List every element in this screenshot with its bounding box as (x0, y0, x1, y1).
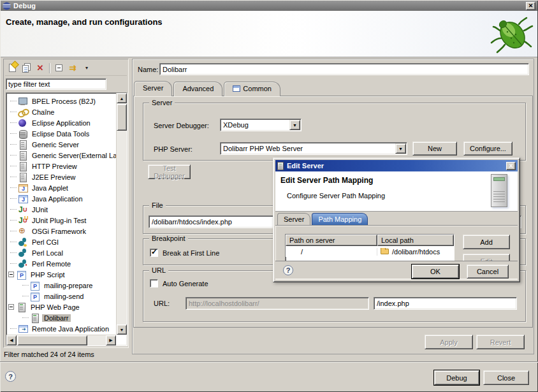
table-header-row: Path on server Local path (286, 235, 454, 246)
tab-server[interactable]: Server (134, 81, 172, 96)
delete-configuration-icon[interactable]: ✕ (33, 62, 47, 75)
tree-item-perl-cgi[interactable]: Perl CGI (7, 236, 116, 247)
window-close-button[interactable]: ✕ (526, 2, 535, 10)
dialog-tab-server[interactable]: Server (277, 213, 310, 225)
tree-item-java-applet[interactable]: Java Applet (7, 182, 116, 193)
add-mapping-button[interactable]: Add (463, 235, 510, 249)
process-icon (18, 97, 28, 106)
server-debugger-select[interactable]: XDebug ▼ (220, 119, 302, 131)
dialog-titlebar[interactable]: Edit Server X (275, 160, 518, 171)
window-title: Debug (13, 2, 36, 10)
column-header-local-path[interactable]: Local path (377, 235, 454, 246)
tree-horizontal-scrollbar[interactable]: ◀ ▶ (6, 335, 116, 345)
scroll-thumb[interactable] (117, 104, 127, 131)
server-debugger-label: Server Debugger: (154, 122, 209, 129)
toolbar-menu-caret-icon[interactable]: ▾ (80, 62, 94, 75)
ok-button[interactable]: OK (412, 265, 459, 279)
chevron-down-icon[interactable]: ▼ (395, 143, 406, 154)
server-tower-icon (491, 174, 507, 207)
php-server-select[interactable]: Dolibarr PHP Web Server ▼ (220, 142, 407, 155)
break-at-first-line-checkbox[interactable] (150, 249, 158, 257)
tree-item-java-application[interactable]: Java Application (7, 193, 116, 204)
chevron-down-icon[interactable]: ▼ (289, 120, 300, 130)
sidebar-toolbar: ✕ ⇉ ▾ (5, 61, 127, 76)
tree-item-junit[interactable]: JUnit (7, 204, 116, 215)
table-icon (233, 85, 240, 92)
tab-common[interactable]: Common (224, 82, 280, 96)
tree-item-osgi-framework[interactable]: OSGi Framework (7, 226, 116, 236)
debug-configurations-window: Debug ✕ Create, manage, and run configur… (0, 0, 538, 392)
new-server-button[interactable]: New (412, 142, 457, 156)
scroll-right-icon[interactable]: ▶ (106, 335, 116, 345)
configuration-tabs: Server Advanced Common (134, 81, 282, 96)
filter-icon[interactable]: ⇉ (66, 62, 80, 75)
eclipse-sphere-icon (18, 119, 28, 127)
dialog-tab-path-mapping[interactable]: Path Mapping (312, 213, 368, 225)
filter-input[interactable] (6, 78, 106, 90)
scroll-thumb[interactable] (17, 335, 87, 345)
tab-advanced[interactable]: Advanced (173, 82, 222, 96)
new-configuration-icon[interactable] (5, 62, 19, 75)
banner-title: Create, manage, and run configurations (6, 17, 163, 27)
tree-item-generic-server-external[interactable]: Generic Server(External La (7, 150, 116, 161)
table-row[interactable]: / /dolibarr/htdocs (286, 246, 454, 257)
tree-item-php-web-page[interactable]: PHP Web Page (7, 301, 116, 312)
server-icon (18, 162, 28, 171)
test-debugger-button[interactable]: Test Debugger (148, 164, 191, 179)
camel-icon (18, 259, 28, 268)
server-group-legend: Server (149, 99, 175, 106)
tree-item-mailing-prepare[interactable]: mailing-prepare (7, 280, 116, 291)
tree-rows: BPEL Process (B2J) Chaîne Eclipse Applic… (7, 96, 116, 335)
debug-button[interactable]: Debug (434, 370, 479, 385)
dialog-footer: ? OK Cancel (275, 261, 518, 280)
scroll-down-icon[interactable]: ▼ (117, 324, 127, 335)
tree-item-eclipse-data-tools[interactable]: Eclipse Data Tools (7, 128, 116, 139)
auto-generate-checkbox[interactable] (150, 279, 158, 287)
column-header-path-on-server[interactable]: Path on server (286, 235, 377, 246)
camel-icon (18, 249, 28, 258)
configure-server-button[interactable]: Configure... (463, 142, 513, 156)
dialog-close-button[interactable]: X (506, 162, 516, 170)
path-mapping-table[interactable]: Path on server Local path / /dolibarr/ht… (285, 234, 454, 262)
collapse-toggle-icon[interactable] (8, 272, 14, 277)
name-label: Name: (138, 66, 158, 73)
tree-item-junit-plugin-test[interactable]: JUnit Plug-in Test (7, 215, 116, 226)
tree-item-perl-local[interactable]: Perl Local (7, 247, 116, 258)
tree-item-chaine[interactable]: Chaîne (7, 106, 116, 117)
name-input[interactable] (159, 63, 529, 75)
breakpoint-group-legend: Breakpoint (149, 235, 188, 242)
duplicate-configuration-icon[interactable] (19, 62, 33, 75)
url-path-input[interactable] (374, 297, 517, 310)
help-icon[interactable]: ? (5, 371, 16, 382)
tree-item-dolibarr[interactable]: Dolibarr (7, 312, 116, 323)
scroll-left-icon[interactable]: ◀ (6, 335, 17, 345)
tree-item-bpel-process[interactable]: BPEL Process (B2J) (7, 96, 116, 106)
collapse-all-icon[interactable] (52, 62, 66, 75)
tree-item-j2ee-preview[interactable]: J2EE Preview (7, 171, 116, 182)
bug-icon (488, 13, 534, 56)
scroll-up-icon[interactable]: ▲ (117, 93, 127, 103)
collapse-toggle-icon[interactable] (8, 304, 14, 310)
close-button[interactable]: Close (483, 370, 529, 385)
tree-item-eclipse-application[interactable]: Eclipse Application (7, 117, 116, 128)
apply-button[interactable]: Apply (425, 335, 473, 349)
java-window-icon (18, 194, 28, 203)
chain-icon (18, 108, 28, 117)
osgi-icon (18, 227, 28, 236)
php-server-label: PHP Server: (154, 145, 193, 153)
tree-item-php-script[interactable]: PHP Script (7, 269, 116, 280)
banner: Create, manage, and run configurations (1, 11, 537, 57)
revert-button[interactable]: Revert (476, 335, 525, 349)
tree-item-http-preview[interactable]: HTTP Preview (7, 161, 116, 171)
php-server-icon (30, 314, 40, 323)
tree-vertical-scrollbar[interactable]: ▲ ▼ (116, 93, 127, 335)
tree-item-remote-java-application[interactable]: Remote Java Application (7, 323, 116, 334)
cancel-button[interactable]: Cancel (467, 265, 509, 279)
php-server-icon (17, 303, 27, 312)
help-icon[interactable]: ? (283, 265, 293, 275)
path-mapping-panel: Path on server Local path / /dolibarr/ht… (275, 225, 518, 262)
tree-item-generic-server[interactable]: Generic Server (7, 139, 116, 150)
tree-item-mailing-send[interactable]: mailing-send (7, 291, 116, 301)
tree-item-perl-remote[interactable]: Perl Remote (7, 258, 116, 269)
window-titlebar[interactable]: Debug ✕ (1, 1, 537, 11)
